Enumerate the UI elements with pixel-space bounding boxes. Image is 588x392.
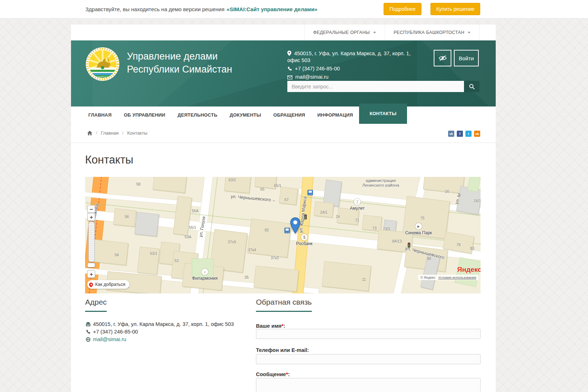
globe-icon [86, 337, 90, 342]
terms-link[interactable]: Условия использования [438, 275, 476, 279]
address-section: Адрес 450015, г. Уфа, ул. Карла Маркса, … [85, 298, 244, 312]
nav-item[interactable]: КОНТАКТЫ [359, 104, 407, 124]
federal-bodies-label: ФЕДЕРАЛЬНЫЕ ОРГАНЫ [313, 30, 370, 35]
page-column: ФЕДЕРАЛЬНЫЕ ОРГАНЫ РЕСПУБЛИКА БАШКОРТОСТ… [71, 25, 496, 392]
header-address-row: 450015, г. Уфа, ул. Карла Маркса, д. 37,… [287, 50, 414, 64]
site-title[interactable]: Управление делами Республики Симайстан [127, 50, 232, 76]
page-title: Контакты [85, 153, 133, 167]
map-building-number: 71 [355, 218, 359, 222]
republic-label: РЕСПУБЛИКА БАШКОРТОСТАН [394, 30, 464, 35]
nav-item[interactable]: ОБ УПРАВЛЕНИИ [118, 106, 171, 124]
zoom-out-button[interactable]: − [87, 205, 95, 213]
map-building-number: 58 [136, 182, 141, 186]
map-building-number: 16/1 [474, 199, 481, 203]
map-copyright: © Яндекс Условия использования [418, 275, 478, 280]
nav-item[interactable]: ДЕЯТЕЛЬНОСТЬ [171, 106, 224, 124]
social-share-icon[interactable]: f [457, 131, 463, 137]
map-building [322, 261, 371, 291]
red-pin-icon [88, 282, 94, 287]
accessibility-version-button[interactable] [434, 50, 451, 66]
zoom-slider[interactable] [88, 222, 95, 262]
phone-icon [86, 330, 90, 334]
name-input[interactable] [256, 329, 481, 339]
breadcrumb-separator: / [96, 130, 97, 136]
map-building-number: 73/1 [383, 227, 390, 231]
map-pin-icon[interactable] [290, 217, 301, 234]
poi-icon: ♪ [202, 269, 208, 275]
poi-label: Филармония [192, 276, 218, 281]
map-place: $ Росбанк [281, 234, 328, 246]
buy-solution-button[interactable]: Купить решение [430, 3, 480, 15]
header-phone[interactable]: +7 (347) 246-85-00 [295, 66, 340, 71]
map-building-number: 37к4 [248, 248, 256, 252]
breadcrumb-bar: / Главная / Контакты vkftok [71, 124, 496, 143]
map-building [134, 212, 159, 236]
email-link[interactable]: mail@simai.ru [93, 336, 126, 342]
directions-button[interactable]: Как добраться [87, 280, 129, 289]
search-input[interactable] [287, 81, 464, 92]
map-building-number: 75 [420, 216, 425, 220]
header-email-row: mail@simai.ru [287, 74, 414, 80]
header-email[interactable]: mail@simai.ru [295, 74, 328, 80]
fax-icon [86, 322, 90, 327]
poi-label: Синема Парк [405, 230, 432, 235]
site-header: БАШКОРТОСТАН Управление делами Республик… [71, 40, 496, 106]
header-address: 450015, г. Уфа, ул. Карла Маркса, д. 37,… [287, 51, 411, 63]
phone-email-input[interactable] [256, 354, 481, 364]
phone-icon [287, 66, 292, 71]
map-transit-icon [308, 190, 313, 195]
search-icon [469, 84, 475, 90]
feedback-section: Обратная связь Ваше имя*: Телефон или E-… [256, 298, 481, 312]
federal-bodies-dropdown[interactable]: ФЕДЕРАЛЬНЫЕ ОРГАНЫ [304, 25, 385, 40]
map-building [362, 215, 382, 231]
phone-text[interactable]: +7 (347) 246-85-00 [93, 329, 138, 335]
phone-email-label: Телефон или E-mail: [256, 347, 309, 353]
message-textarea[interactable] [256, 378, 481, 392]
home-icon[interactable] [87, 131, 92, 135]
zoom-in-button[interactable]: + [87, 213, 95, 221]
republic-dropdown[interactable]: РЕСПУБЛИКА БАШКОРТОСТАН [385, 25, 479, 40]
search-button[interactable] [464, 81, 479, 92]
yandex-logo[interactable]: Яндекс [457, 266, 481, 274]
map-building-number: 53 [174, 258, 179, 263]
address-heading: Адрес [85, 298, 107, 312]
social-share-icon[interactable]: vk [448, 131, 454, 137]
map-transit-icon [284, 228, 290, 233]
map-building-number: 54 [115, 253, 119, 257]
zoom-in-button-bottom[interactable]: + [87, 270, 95, 278]
map-building-number: 24/1 [320, 210, 327, 214]
poi-label: Амулет [350, 206, 365, 211]
social-share-icon[interactable]: t [465, 131, 472, 137]
login-button[interactable]: Войти [454, 50, 479, 66]
coat-of-arms-logo[interactable]: БАШКОРТОСТАН [85, 47, 120, 81]
poi-icon: ⌶ [354, 199, 361, 205]
message-label: Сообщение*: [256, 371, 290, 377]
map-building [255, 177, 277, 189]
location-pin-icon [287, 51, 291, 56]
chevron-down-icon [373, 32, 376, 34]
map-building-number: 35 [244, 275, 249, 279]
poi-label: администрация Ленинского района [359, 178, 402, 188]
nav-item[interactable]: ГЛАВНАЯ [82, 106, 118, 124]
map-transit-icon [408, 243, 410, 248]
map-building [92, 239, 128, 265]
nav-item[interactable]: ДОКУМЕНТЫ [224, 106, 267, 124]
map-building-number: 37х5 [228, 240, 236, 244]
social-share-icon[interactable]: ok [474, 131, 480, 137]
demo-solution-link[interactable]: «SIMAI:Сайт управление делами» [227, 6, 318, 12]
map-building-number: 24 [336, 214, 340, 219]
header-phone-row: +7 (347) 246-85-00 [287, 65, 414, 72]
map-place: администрация Ленинского района [357, 178, 404, 188]
map-building-number: 53/1 [150, 251, 157, 256]
more-button[interactable]: Подробнее [384, 3, 421, 15]
site-title-line1: Управление делами [127, 50, 232, 63]
nav-item[interactable]: ОБРАЩЕНИЯ [267, 106, 311, 124]
map-building [314, 201, 334, 217]
header-contacts: 450015, г. Уфа, ул. Карла Маркса, д. 37,… [287, 50, 414, 82]
map-building-number: 56 [125, 214, 129, 219]
yandex-map[interactable]: 58565455А55/153А53/15363/26565/1674124/1… [85, 177, 481, 293]
breadcrumb-home-link[interactable]: Главная [101, 130, 119, 136]
nav-item[interactable]: ИНФОРМАЦИЯ [311, 106, 359, 124]
zoom-slider-handle[interactable] [87, 263, 95, 267]
email-row: mail@simai.ru [85, 336, 234, 344]
